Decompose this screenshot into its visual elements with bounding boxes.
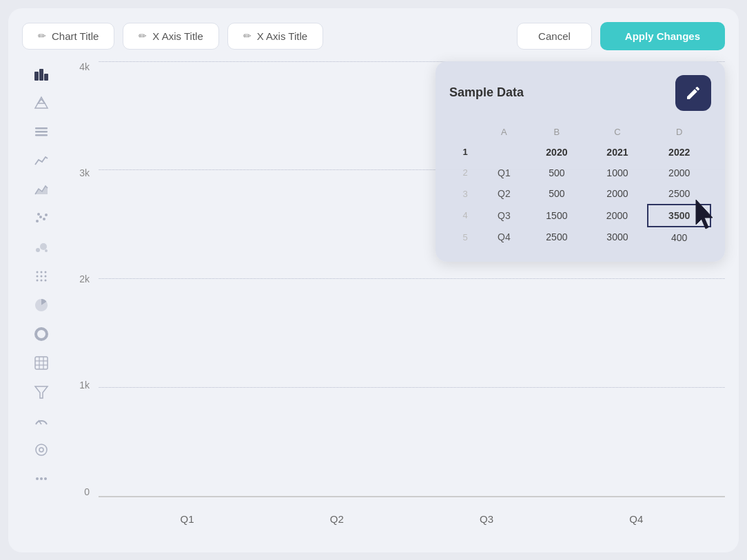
x-axis-title-1-button[interactable]: ✏ X Axis Title [123, 23, 218, 50]
y-label-0: 0 [84, 486, 90, 497]
svg-point-34 [36, 444, 47, 455]
svg-point-10 [39, 216, 42, 218]
line-chart-icon[interactable] [32, 151, 51, 170]
svg-point-25 [45, 279, 47, 281]
panel-title: Sample Data [449, 85, 524, 100]
svg-point-37 [40, 477, 43, 480]
cell-1-d[interactable]: 2022 [648, 142, 710, 163]
sidebar [22, 61, 61, 539]
cancel-button[interactable]: Cancel [517, 23, 592, 50]
svg-point-23 [37, 279, 39, 281]
svg-point-26 [36, 329, 47, 340]
x-label-q1: Q1 [181, 513, 194, 525]
x-axis: Q1 Q2 Q3 Q4 [99, 513, 725, 525]
chart-title-button[interactable]: ✏ Chart Title [22, 23, 114, 50]
x-axis-title-2-label: X Axis Title [257, 30, 307, 42]
svg-point-11 [43, 218, 45, 220]
edit-data-button[interactable] [675, 75, 711, 111]
pencil-icon-1: ✏ [38, 30, 46, 41]
svg-point-21 [41, 275, 43, 277]
cell-2-d[interactable]: 2000 [648, 163, 710, 183]
row-num-3: 3 [449, 183, 481, 205]
row-num-1: 1 [449, 142, 481, 163]
svg-rect-6 [35, 131, 48, 133]
data-table: A B C D 1 2020 2021 2022 [449, 122, 711, 248]
table-row: 4 Q3 1500 2000 3500 [449, 205, 710, 227]
x-label-q4: Q4 [629, 513, 643, 525]
panel-header: Sample Data [449, 75, 711, 111]
cell-4-a[interactable]: Q3 [481, 205, 526, 227]
svg-point-16 [45, 249, 48, 252]
bar-chart-icon[interactable] [32, 64, 51, 83]
cell-3-d[interactable]: 2500 [648, 183, 710, 205]
svg-point-19 [45, 271, 47, 273]
cell-3-c[interactable]: 2000 [587, 183, 648, 205]
row-num-5: 5 [449, 227, 481, 248]
area-chart-icon[interactable] [32, 180, 51, 199]
y-label-1k: 1k [79, 380, 90, 391]
cell-1-a[interactable] [481, 142, 526, 163]
svg-point-18 [41, 271, 43, 273]
svg-rect-0 [34, 72, 39, 81]
col-header-a: A [481, 122, 526, 142]
x-axis-title-1-label: X Axis Title [152, 30, 203, 42]
x-label-q3: Q3 [480, 513, 493, 525]
svg-point-13 [37, 213, 40, 216]
bubble-icon[interactable] [32, 238, 51, 257]
svg-point-12 [45, 214, 48, 216]
cell-4-c[interactable]: 2000 [587, 205, 648, 227]
cell-2-b[interactable]: 500 [526, 163, 586, 183]
cell-4-d-highlighted[interactable]: 3500 [648, 205, 710, 227]
svg-rect-27 [35, 357, 48, 369]
donut-icon[interactable] [32, 324, 51, 344]
circle-icon[interactable] [32, 440, 51, 459]
cell-4-b[interactable]: 1500 [526, 205, 586, 227]
dot-grid-icon[interactable] [32, 267, 51, 286]
svg-point-9 [36, 220, 39, 222]
list-icon[interactable] [32, 122, 51, 141]
x-label-q2: Q2 [330, 513, 344, 525]
svg-point-36 [36, 477, 39, 480]
pie-chart-icon[interactable] [32, 295, 51, 315]
main-container: ✏ Chart Title ✏ X Axis Title ✏ X Axis Ti… [8, 8, 739, 552]
more-charts-icon[interactable] [32, 469, 51, 488]
cell-2-a[interactable]: Q1 [481, 163, 526, 183]
cell-3-a[interactable]: Q2 [481, 183, 526, 205]
cell-5-a[interactable]: Q4 [481, 227, 526, 248]
svg-point-14 [36, 248, 40, 252]
apply-changes-button[interactable]: Apply Changes [600, 22, 725, 50]
svg-point-20 [37, 275, 39, 277]
toolbar: ✏ Chart Title ✏ X Axis Title ✏ X Axis Ti… [22, 22, 725, 50]
svg-rect-2 [44, 74, 48, 81]
svg-rect-1 [39, 69, 43, 81]
y-label-4k: 4k [79, 61, 90, 72]
col-header-d: D [648, 122, 710, 142]
cell-3-b[interactable]: 500 [526, 183, 586, 205]
cell-5-d[interactable]: 400 [648, 227, 710, 248]
svg-marker-8 [35, 186, 48, 194]
svg-point-38 [44, 477, 47, 480]
table-row: 3 Q2 500 2000 2500 [449, 183, 710, 205]
scatter-icon[interactable] [32, 209, 51, 228]
y-label-3k: 3k [79, 167, 90, 178]
cell-1-c[interactable]: 2021 [587, 142, 648, 163]
svg-point-35 [39, 448, 43, 452]
table-grid-icon[interactable] [32, 353, 51, 373]
content-area: 4k 3k 2k 1k 0 [22, 61, 725, 539]
table-row: 2 Q1 500 1000 2000 [449, 163, 710, 183]
x-axis-title-2-button[interactable]: ✏ X Axis Title [227, 23, 323, 50]
svg-point-17 [37, 271, 39, 273]
cell-5-c[interactable]: 3000 [587, 227, 648, 248]
gauge-icon[interactable] [32, 411, 51, 431]
y-label-2k: 2k [79, 273, 90, 284]
svg-marker-32 [35, 386, 48, 398]
svg-point-22 [45, 275, 47, 277]
col-header-b: B [526, 122, 586, 142]
cell-2-c[interactable]: 1000 [587, 163, 648, 183]
cell-1-b[interactable]: 2020 [526, 142, 586, 163]
cell-5-b[interactable]: 2500 [526, 227, 586, 248]
row-num-4: 4 [449, 205, 481, 227]
col-header-empty [449, 122, 481, 142]
funnel-icon[interactable] [32, 382, 51, 402]
mountain-chart-icon[interactable] [32, 93, 51, 112]
